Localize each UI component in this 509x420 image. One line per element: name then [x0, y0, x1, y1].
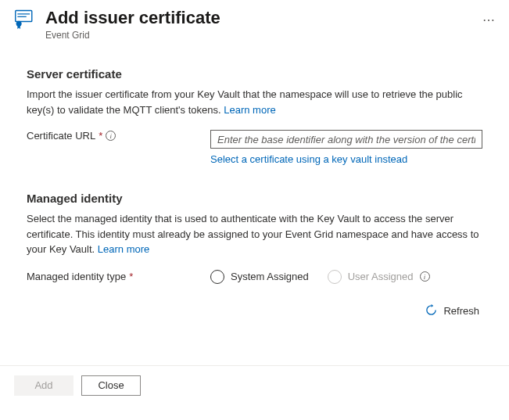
- add-button: Add: [14, 375, 73, 396]
- certificate-url-label: Certificate URL: [27, 130, 95, 142]
- svg-point-3: [16, 21, 22, 27]
- page-title: Add issuer certificate: [45, 8, 473, 28]
- certificate-url-row: Certificate URL * i: [27, 130, 482, 149]
- managed-identity-heading: Managed identity: [27, 192, 482, 205]
- required-indicator: *: [129, 271, 133, 282]
- managed-identity-description: Select the managed identity that is used…: [27, 211, 482, 257]
- radio-user-assigned: User Assigned i: [328, 270, 430, 284]
- refresh-icon: [425, 304, 437, 318]
- server-cert-learn-more-link[interactable]: Learn more: [224, 104, 275, 116]
- radio-icon: [210, 270, 224, 284]
- managed-identity-type-row: Managed identity type * System Assigned …: [27, 270, 482, 284]
- panel-header: Add issuer certificate Event Grid ⋯: [0, 0, 509, 44]
- more-actions-icon[interactable]: ⋯: [482, 8, 495, 27]
- panel-footer: Add Close: [0, 365, 509, 405]
- select-keyvault-link[interactable]: Select a certificate using a key vault i…: [210, 153, 407, 165]
- certificate-url-input[interactable]: [210, 130, 482, 149]
- page-subtitle: Event Grid: [45, 30, 473, 41]
- radio-system-assigned[interactable]: System Assigned: [210, 270, 309, 284]
- certificate-icon: [14, 8, 36, 32]
- info-icon[interactable]: i: [106, 131, 116, 141]
- server-certificate-description: Import the issuer certificate from your …: [27, 87, 482, 117]
- close-button[interactable]: Close: [81, 375, 141, 396]
- info-icon[interactable]: i: [420, 271, 430, 282]
- panel-content: Server certificate Import the issuer cer…: [0, 44, 509, 326]
- managed-identity-type-label: Managed identity type: [27, 271, 126, 282]
- server-certificate-heading: Server certificate: [27, 67, 482, 81]
- managed-identity-learn-more-link[interactable]: Learn more: [98, 243, 149, 255]
- refresh-button[interactable]: Refresh: [27, 304, 482, 318]
- svg-rect-0: [16, 11, 32, 22]
- required-indicator: *: [99, 130, 102, 142]
- radio-icon: [328, 270, 342, 284]
